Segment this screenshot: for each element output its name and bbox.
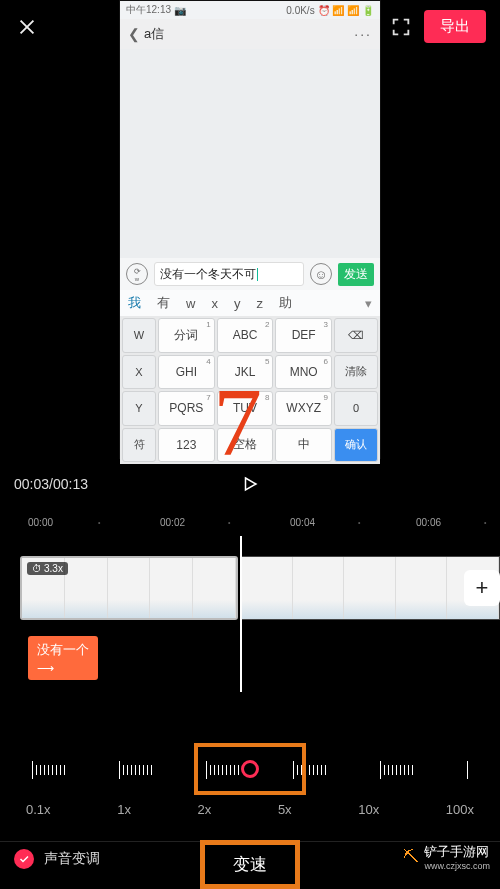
key-confirm: 确认 bbox=[334, 428, 378, 463]
status-time: 中午12:13 bbox=[126, 3, 171, 17]
key-123: 123 bbox=[158, 428, 215, 463]
speed-badge: ⏱3.3x bbox=[27, 562, 68, 575]
watermark-text: 铲子手游网 bbox=[424, 843, 490, 861]
watermark-url: www.czjxsc.com bbox=[424, 861, 490, 871]
text-clip-label: 没有一个 bbox=[37, 642, 89, 657]
video-clip-2[interactable] bbox=[240, 556, 500, 620]
key-7: 7PQRS bbox=[158, 391, 215, 426]
video-preview: 中午12:13 📷 0.0K/s ⏰ 📶 📶 🔋 ❮ a信 ··· ⟳w 没有一… bbox=[119, 0, 381, 459]
watermark: ⛏ 铲子手游网 www.czjxsc.com bbox=[403, 843, 490, 871]
chat-more-icon: ··· bbox=[354, 26, 372, 42]
key-y: Y bbox=[122, 391, 156, 426]
close-icon[interactable] bbox=[14, 14, 40, 40]
status-net: 0.0K/s bbox=[286, 5, 314, 16]
key-4: 4GHI bbox=[158, 355, 215, 390]
speed-slider[interactable] bbox=[8, 740, 492, 798]
key-x: X bbox=[122, 355, 156, 390]
speed-slider-handle[interactable] bbox=[241, 760, 259, 778]
playhead[interactable] bbox=[240, 536, 242, 692]
ime-candidates: 我 有 w x y z 助 ▾ bbox=[120, 290, 380, 316]
video-track[interactable]: ⏱3.3x + bbox=[20, 556, 500, 620]
key-1: 1分词 bbox=[158, 318, 215, 353]
key-lang: 中 bbox=[275, 428, 332, 463]
key-w: W bbox=[122, 318, 156, 353]
voice-icon: ⟳w bbox=[126, 263, 148, 285]
chat-title: a信 bbox=[144, 25, 164, 43]
back-icon: ❮ bbox=[128, 26, 140, 42]
chat-body bbox=[120, 49, 380, 258]
pitch-toggle[interactable] bbox=[14, 849, 34, 869]
arrow-right-icon: ⟶ bbox=[37, 661, 89, 675]
chat-header: ❮ a信 ··· bbox=[120, 19, 380, 49]
emoji-icon: ☺ bbox=[310, 263, 332, 285]
timeline-tracks[interactable]: ⏱3.3x + bbox=[20, 556, 500, 620]
timeline-ruler: 00:00 • 00:02 • 00:04 • 00:06 • bbox=[0, 512, 500, 532]
export-button[interactable]: 导出 bbox=[424, 10, 486, 43]
key-space: 空格 bbox=[217, 428, 274, 463]
add-clip-button[interactable]: + bbox=[464, 570, 500, 606]
text-clip[interactable]: 没有一个 ⟶ bbox=[28, 636, 98, 680]
chat-text-input: 没有一个冬天不可 bbox=[154, 262, 304, 286]
send-button: 发送 bbox=[338, 263, 374, 286]
key-6: 6MNO bbox=[275, 355, 332, 390]
speed-panel: 0.1x 1x 2x 5x 10x 100x bbox=[0, 716, 500, 817]
video-clip-selected[interactable]: ⏱3.3x bbox=[20, 556, 238, 620]
key-0: 0 bbox=[334, 391, 378, 426]
play-icon[interactable] bbox=[241, 475, 259, 493]
key-9: 9WXYZ bbox=[275, 391, 332, 426]
key-sym: 符 bbox=[122, 428, 156, 463]
pitch-label: 声音变调 bbox=[44, 850, 100, 868]
key-clear: 清除 bbox=[334, 355, 378, 390]
key-5: 5JKL bbox=[217, 355, 274, 390]
playback-bar: 00:03/00:13 bbox=[14, 476, 486, 492]
chat-input-row: ⟳w 没有一个冬天不可 ☺ 发送 bbox=[120, 258, 380, 290]
speed-labels: 0.1x 1x 2x 5x 10x 100x bbox=[8, 798, 492, 817]
phone-status-bar: 中午12:13 📷 0.0K/s ⏰ 📶 📶 🔋 bbox=[120, 1, 380, 19]
key-3: 3DEF bbox=[275, 318, 332, 353]
time-display: 00:03/00:13 bbox=[14, 476, 88, 492]
shovel-icon: ⛏ bbox=[403, 848, 419, 866]
tool-label-speed[interactable]: 变速 bbox=[233, 855, 267, 874]
key-8: 8TUV bbox=[217, 391, 274, 426]
fullscreen-icon[interactable] bbox=[390, 16, 412, 38]
key-2: 2ABC bbox=[217, 318, 274, 353]
key-backspace: ⌫ bbox=[334, 318, 378, 353]
highlight-tool: 变速 bbox=[200, 840, 300, 889]
ime-keyboard: W 1分词 2ABC 3DEF ⌫ X 4GHI 5JKL 6MNO 清除 Y … bbox=[120, 316, 380, 464]
